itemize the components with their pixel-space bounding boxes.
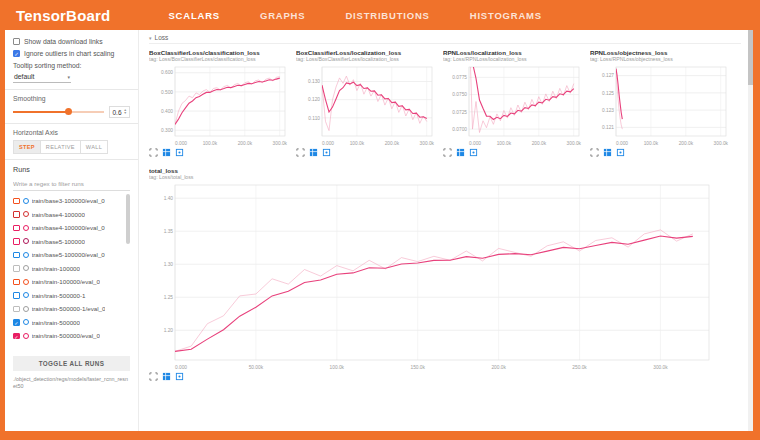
- ignore-outliers-checkbox-row[interactable]: ✓ Ignore outliers in chart scaling: [13, 50, 130, 57]
- nav-tab-distributions[interactable]: DISTRIBUTIONS: [343, 6, 431, 25]
- svg-text:100.0k: 100.0k: [203, 141, 218, 146]
- run-checkbox[interactable]: [13, 252, 20, 259]
- axis-relative-button[interactable]: RELATIVE: [41, 140, 81, 154]
- run-color-icon[interactable]: [23, 319, 29, 325]
- svg-text:0.600: 0.600: [161, 70, 173, 75]
- horizontal-axis-buttons: STEP RELATIVE WALL: [13, 140, 130, 154]
- line-chart[interactable]: 0.3000.4000.5000.6000.000100.0k200.0k300…: [149, 64, 290, 146]
- run-row[interactable]: train/base4-100000/eval_0: [13, 221, 130, 235]
- chart-actions: [149, 372, 741, 381]
- tooltip-sort-dropdown[interactable]: default ▾: [13, 72, 71, 83]
- total-loss-section: total_loss tag: Loss/total_loss 1.201.25…: [149, 167, 741, 381]
- nav-tab-graphs[interactable]: GRAPHS: [258, 6, 307, 25]
- run-checkbox[interactable]: [13, 279, 20, 286]
- run-row[interactable]: train/base4-100000: [13, 208, 130, 222]
- svg-text:1.20: 1.20: [164, 328, 174, 333]
- total-loss-line-chart[interactable]: 1.201.251.301.351.400.00050.00k100.0k150…: [149, 182, 714, 370]
- chart-title: RPNLoss/objectness_loss: [590, 49, 731, 56]
- run-checkbox[interactable]: ✓: [13, 333, 20, 340]
- pin-icon[interactable]: [322, 148, 331, 157]
- expand-icon[interactable]: [149, 148, 158, 157]
- table-toggle-icon[interactable]: [162, 372, 171, 381]
- expand-icon[interactable]: [590, 148, 599, 157]
- category-header[interactable]: ▾ Loss: [149, 33, 741, 44]
- run-row[interactable]: train/base3-100000/eval_0: [13, 194, 130, 208]
- runs-scrollbar[interactable]: [126, 194, 130, 244]
- chart-tag: tag: Loss/total_loss: [149, 174, 741, 180]
- run-row[interactable]: train/base5-100000: [13, 235, 130, 249]
- chart-title: total_loss: [149, 167, 741, 174]
- run-color-icon[interactable]: [23, 279, 29, 285]
- run-color-icon[interactable]: [23, 211, 29, 217]
- run-checkbox[interactable]: [13, 306, 20, 313]
- run-row[interactable]: train/train-100000/eval_0: [13, 275, 130, 289]
- pin-icon[interactable]: [175, 372, 184, 381]
- line-chart[interactable]: 0.07000.07250.07500.07750.000100.0k200.0…: [443, 64, 584, 146]
- run-checkbox[interactable]: [13, 225, 20, 232]
- smoothing-value: 0.6: [112, 109, 121, 116]
- svg-text:0.0775: 0.0775: [452, 75, 467, 80]
- expand-icon[interactable]: [149, 372, 158, 381]
- run-color-icon[interactable]: [23, 198, 29, 204]
- pin-icon[interactable]: [175, 148, 184, 157]
- table-toggle-icon[interactable]: [603, 148, 612, 157]
- run-label: train/base3-100000/eval_0: [32, 197, 105, 204]
- svg-text:0.000: 0.000: [469, 141, 481, 146]
- chart-title: RPNLoss/localization_loss: [443, 49, 584, 56]
- main-panel: ▾ Loss BoxClassifierLoss/classification_…: [139, 30, 753, 431]
- scrollbar-thumb[interactable]: [748, 30, 753, 85]
- run-row[interactable]: train/base5-100000/eval_0: [13, 248, 130, 262]
- show-download-links-checkbox-row[interactable]: Show data download links: [13, 38, 130, 45]
- run-color-icon[interactable]: [23, 238, 29, 244]
- run-row[interactable]: train/train-500000-1/eval_0: [13, 302, 130, 316]
- spinner-arrows-icon[interactable]: ▲▼: [124, 109, 127, 116]
- table-toggle-icon[interactable]: [162, 148, 171, 157]
- run-label: train/train-500000/eval_0: [32, 332, 100, 339]
- run-label: train/base5-100000: [32, 238, 85, 245]
- run-label: train/train-500000-1: [32, 292, 86, 299]
- svg-text:1.30: 1.30: [164, 262, 174, 267]
- run-checkbox[interactable]: [13, 211, 20, 218]
- run-checkbox[interactable]: [13, 238, 20, 245]
- runs-filter-input[interactable]: [13, 178, 130, 191]
- smoothing-spinbox[interactable]: 0.6 ▲▼: [109, 106, 130, 118]
- run-color-icon[interactable]: [23, 225, 29, 231]
- expand-icon[interactable]: [296, 148, 305, 157]
- run-color-icon[interactable]: [23, 252, 29, 258]
- checkbox-icon[interactable]: ✓: [13, 50, 20, 57]
- toggle-all-runs-button[interactable]: TOGGLE ALL RUNS: [13, 356, 130, 371]
- run-row[interactable]: train/train-100000: [13, 262, 130, 276]
- line-chart[interactable]: 0.1210.1230.1250.1270.000100.0k200.0k300…: [590, 64, 731, 146]
- run-checkbox[interactable]: ✓: [13, 319, 20, 326]
- run-row[interactable]: train/train-500000-1: [13, 289, 130, 303]
- slider-fill: [13, 111, 68, 113]
- main-scrollbar[interactable]: [748, 30, 753, 431]
- chart-actions: [590, 148, 731, 157]
- expand-icon[interactable]: [443, 148, 452, 157]
- table-toggle-icon[interactable]: [456, 148, 465, 157]
- run-row[interactable]: ✓ train/train-500000/eval_0: [13, 329, 130, 343]
- run-checkbox[interactable]: [13, 292, 20, 299]
- run-checkbox[interactable]: [13, 265, 20, 272]
- nav-tab-histograms[interactable]: HISTOGRAMS: [468, 6, 544, 25]
- run-color-icon[interactable]: [23, 333, 29, 339]
- svg-text:300.0k: 300.0k: [273, 141, 288, 146]
- svg-text:0.123: 0.123: [602, 108, 614, 113]
- nav-tab-scalars[interactable]: SCALARS: [166, 6, 222, 25]
- line-chart[interactable]: 0.1100.1200.1300.000100.0k200.0k300.0k: [296, 64, 437, 146]
- run-row[interactable]: ✓ train/train-500000: [13, 316, 130, 330]
- smoothing-slider[interactable]: [13, 107, 104, 117]
- run-checkbox[interactable]: [13, 198, 20, 205]
- table-toggle-icon[interactable]: [309, 148, 318, 157]
- axis-step-button[interactable]: STEP: [13, 140, 41, 154]
- run-color-icon[interactable]: [23, 265, 29, 271]
- svg-text:1.40: 1.40: [164, 196, 174, 201]
- axis-wall-button[interactable]: WALL: [81, 140, 108, 154]
- slider-thumb[interactable]: [65, 108, 72, 115]
- run-color-icon[interactable]: [23, 306, 29, 312]
- pin-icon[interactable]: [469, 148, 478, 157]
- checkbox-icon[interactable]: [13, 38, 20, 45]
- pin-icon[interactable]: [616, 148, 625, 157]
- run-color-icon[interactable]: [23, 292, 29, 298]
- svg-text:0.125: 0.125: [602, 91, 614, 96]
